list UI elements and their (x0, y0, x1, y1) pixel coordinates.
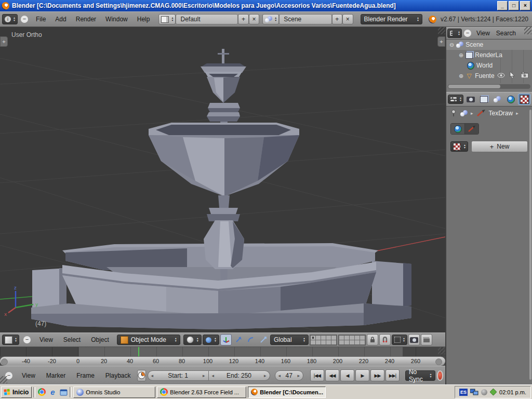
outliner-item-scene[interactable]: ⊖ Scene (446, 39, 532, 50)
start-frame-field[interactable]: ◂ Start: 1 ▸ (148, 370, 209, 381)
scrollbar-cap-right[interactable] (435, 358, 442, 365)
area-corner-widget[interactable] (0, 376, 7, 383)
opengl-render-anim-button[interactable] (421, 334, 432, 345)
viewport-shading-select[interactable]: ▴▾ (183, 335, 202, 345)
menu-render[interactable]: Render (71, 16, 101, 23)
collapse-icon[interactable]: ⊖ (449, 42, 454, 48)
opengl-render-image-button[interactable] (408, 334, 420, 345)
tray-volume-icon[interactable] (481, 389, 487, 395)
start-button[interactable]: Inicio (1, 387, 32, 398)
properties-shelf-tab[interactable]: + (437, 36, 445, 47)
auto-keyframe-record-button[interactable] (437, 370, 444, 381)
snap-magnet-button[interactable] (379, 334, 391, 345)
decrement-icon[interactable]: ◂ (212, 373, 215, 378)
manipulator-toggle-button[interactable] (220, 334, 232, 345)
menu-select[interactable]: Select (59, 336, 85, 343)
outliner-scrollbar[interactable] (448, 84, 530, 89)
task-blender-force-field[interactable]: Blender 2.63 Force Field ... (157, 387, 246, 398)
task-omnis-studio[interactable]: Omnis Studio (73, 387, 155, 398)
increment-icon[interactable]: ▸ (203, 373, 205, 378)
tab-world[interactable] (504, 94, 517, 105)
brush-textures-toggle[interactable] (464, 124, 478, 134)
rotate-manipulator-button[interactable] (245, 334, 257, 345)
delete-layout-button[interactable]: × (249, 14, 260, 24)
menu-search[interactable]: Search (493, 30, 519, 37)
pivot-point-select[interactable]: ▴▾ (203, 335, 219, 345)
tab-render[interactable] (464, 94, 477, 105)
snap-element-select[interactable]: ▴▾ (392, 335, 407, 345)
timeline-ruler[interactable]: -40 -20 0 20 40 60 80 100 120 140 160 18… (0, 356, 445, 366)
menu-view[interactable]: View (17, 372, 40, 379)
area-corner-widget[interactable] (524, 27, 531, 34)
add-layout-button[interactable]: + (238, 14, 249, 24)
sync-mode-select[interactable]: No Sync ▴▾ (405, 370, 435, 381)
decrement-icon[interactable]: ◂ (278, 373, 281, 378)
previous-keyframe-button[interactable]: ◀◀ (325, 369, 339, 381)
next-keyframe-button[interactable]: ▶▶ (370, 369, 384, 381)
outliner-item-world[interactable]: World (446, 60, 532, 71)
tab-texture[interactable] (518, 94, 530, 105)
play-button[interactable]: ▶ (355, 369, 369, 381)
data-source-icon[interactable] (460, 110, 468, 117)
layer-grid-left[interactable] (310, 335, 337, 345)
quick-launch-window-icon[interactable] (59, 388, 68, 397)
editor-type-button[interactable]: i ▴▾ (2, 14, 18, 24)
delete-scene-button[interactable]: × (342, 14, 353, 24)
tab-scene[interactable] (491, 94, 504, 105)
quick-launch-ie-icon[interactable]: e (48, 388, 57, 397)
menu-playback[interactable]: Playback (101, 372, 136, 379)
task-blender-active[interactable]: Blender [C:\Documen... (248, 387, 326, 398)
screen-layout-browse-button[interactable]: ▴▾ (158, 14, 176, 24)
play-reverse-button[interactable]: ◀ (340, 369, 354, 381)
expand-icon[interactable]: ⊕ (459, 52, 463, 59)
scrollbar-cap-left[interactable] (1, 358, 8, 365)
collapse-menus-icon[interactable]: − (21, 16, 28, 23)
selectable-cursor-icon[interactable] (510, 72, 515, 80)
texture-name-label[interactable]: TexDraw (489, 110, 513, 117)
visibility-eye-icon[interactable] (497, 72, 505, 79)
collapse-menus-icon[interactable]: − (23, 336, 31, 343)
editor-type-button[interactable]: ▴▾ (2, 335, 19, 345)
timeline-track[interactable] (0, 347, 445, 356)
translate-manipulator-button[interactable] (233, 334, 244, 345)
layer-grid-right[interactable] (338, 335, 366, 345)
menu-help[interactable]: Help (132, 16, 155, 23)
clock[interactable]: 02:01 p.m. (499, 389, 526, 395)
menu-frame[interactable]: Frame (72, 372, 99, 379)
renderable-camera-icon[interactable] (521, 72, 529, 79)
add-scene-button[interactable]: + (332, 14, 343, 24)
new-texture-button[interactable]: + New (471, 141, 528, 152)
decrement-icon[interactable]: ◂ (151, 373, 154, 378)
network-icon[interactable] (470, 389, 478, 395)
language-indicator[interactable]: ES (459, 389, 468, 396)
menu-file[interactable]: File (31, 16, 50, 23)
area-corner-widget[interactable] (438, 27, 445, 34)
increment-icon[interactable]: ▸ (297, 373, 300, 378)
tool-shelf-tab[interactable]: + (0, 36, 8, 47)
tab-render-layers[interactable] (478, 94, 490, 105)
use-preview-range-button[interactable] (137, 370, 146, 381)
menu-window[interactable]: Window (101, 16, 132, 23)
menu-view[interactable]: View (473, 30, 493, 37)
transform-orientation-select[interactable]: Global ▴▾ (270, 335, 309, 345)
timeline-playhead[interactable] (138, 347, 139, 356)
lock-to-scene-button[interactable] (367, 334, 378, 345)
tray-update-icon[interactable] (490, 389, 497, 395)
current-frame-field[interactable]: ◂ 47 ▸ (275, 370, 303, 381)
screen-layout-name-field[interactable]: Default (176, 14, 238, 24)
menu-add[interactable]: Add (50, 16, 71, 23)
properties-scrollbar[interactable] (529, 110, 531, 380)
scale-manipulator-button[interactable] (258, 334, 269, 345)
end-frame-field[interactable]: ◂ End: 250 ▸ (209, 370, 270, 381)
outliner-item-fuente[interactable]: ⊕ ▽ Fuente (446, 71, 532, 81)
menu-view[interactable]: View (35, 336, 58, 343)
texture-browse-button[interactable]: ▴▾ (450, 141, 468, 152)
editor-type-button[interactable]: ▴▾ (448, 95, 463, 104)
menu-marker[interactable]: Marker (42, 372, 70, 379)
editor-type-button[interactable]: ▴▾ (447, 29, 462, 38)
jump-to-start-button[interactable]: |◀◀ (310, 369, 324, 381)
scene-browse-button[interactable]: ▴▾ (262, 14, 279, 24)
close-button[interactable]: × (520, 1, 530, 10)
pin-icon[interactable] (450, 110, 457, 117)
scene-name-field[interactable]: Scene (279, 14, 331, 24)
